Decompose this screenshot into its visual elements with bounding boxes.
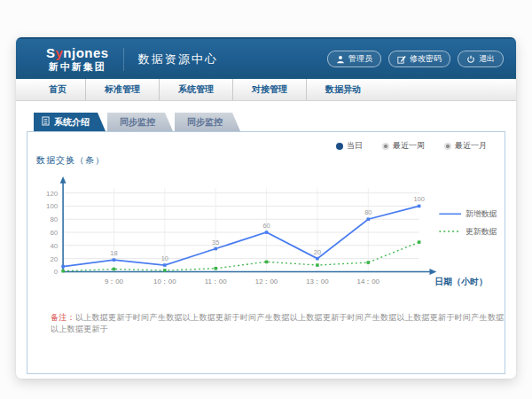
data-point	[316, 263, 319, 267]
power-icon	[466, 55, 475, 64]
svg-text:10：00: 10：00	[153, 278, 176, 286]
nav-item-interface-mgmt[interactable]: 对接管理	[232, 79, 306, 100]
tab-sync-monitor-1[interactable]: 同步监控	[107, 113, 173, 131]
tab-system-intro[interactable]: 系统介绍	[34, 113, 106, 131]
data-point	[367, 261, 371, 264]
chart-grid	[63, 188, 419, 272]
nav-item-standard-mgmt[interactable]: 标准管理	[85, 79, 159, 100]
svg-text:80: 80	[50, 215, 58, 223]
nav-item-data-change[interactable]: 数据异动	[306, 79, 379, 100]
svg-text:13：00: 13：00	[306, 278, 329, 286]
chart-panel: 当日 最近一周 最近一月 数据交换（条） 0204060801001209：00…	[27, 131, 505, 374]
footnote: 备注：以上数据更新于时间产生数据以上数据更新于时间产生数据以上数据更新于时间产生…	[51, 312, 505, 335]
chart-x-axis-title: 日期（小时）	[434, 277, 487, 286]
svg-text:35: 35	[212, 239, 219, 246]
filter-today[interactable]: 当日	[336, 140, 363, 152]
header-actions: 管理员 修改密码 退出	[327, 51, 504, 67]
svg-text:60: 60	[50, 229, 58, 237]
chart-legend: 新增数据更新数据	[439, 209, 497, 236]
svg-text:10: 10	[161, 254, 168, 262]
edit-icon	[397, 55, 406, 64]
nav-item-system-mgmt[interactable]: 系统管理	[159, 79, 232, 100]
data-point	[61, 265, 65, 269]
svg-text:更新数据: 更新数据	[466, 227, 497, 236]
nav-item-home[interactable]: 首页	[30, 79, 85, 100]
data-point	[265, 231, 269, 234]
data-point	[163, 269, 167, 272]
data-point	[418, 205, 421, 208]
svg-text:100: 100	[413, 195, 424, 203]
data-point	[367, 217, 371, 221]
change-password-button[interactable]: 修改密码	[388, 51, 450, 67]
svg-text:9：00: 9：00	[105, 278, 124, 286]
data-point	[214, 267, 217, 270]
data-point	[113, 258, 116, 262]
svg-text:100: 100	[46, 202, 59, 210]
page-title: 数据资源中心	[123, 48, 218, 71]
logo-wordmark: Synjones	[46, 46, 109, 61]
data-point	[113, 268, 116, 271]
exchange-line-chart: 0204060801001209：0010：0011：0012：0013：001…	[29, 168, 503, 300]
svg-text:12：00: 12：00	[255, 278, 278, 286]
main-nav: 首页 标准管理 系统管理 对接管理 数据异动	[16, 79, 516, 101]
svg-text:40: 40	[50, 242, 58, 250]
app-window: Synjones 新中新集团 数据资源中心 管理员 修改密码 退出 首页 标准管…	[16, 37, 516, 379]
data-point	[418, 240, 421, 244]
filter-last-week[interactable]: 最近一周	[382, 140, 425, 152]
svg-text:0: 0	[54, 268, 59, 276]
svg-text:20: 20	[50, 255, 58, 263]
svg-text:120: 120	[46, 190, 59, 198]
user-icon	[336, 55, 345, 64]
data-point	[265, 261, 269, 264]
footnote-label: 备注：	[51, 313, 75, 322]
app-header: Synjones 新中新集团 数据资源中心 管理员 修改密码 退出	[16, 37, 516, 79]
logout-button[interactable]: 退出	[458, 51, 504, 67]
data-point	[163, 263, 167, 267]
svg-text:20: 20	[314, 248, 321, 256]
svg-text:11：00: 11：00	[205, 278, 227, 286]
filter-last-month[interactable]: 最近一月	[444, 140, 487, 152]
svg-text:80: 80	[364, 208, 372, 216]
svg-text:新增数据: 新增数据	[466, 209, 497, 218]
radio-unselected-icon	[444, 143, 451, 150]
svg-text:60: 60	[262, 222, 270, 230]
tab-bar: 系统介绍 同步监控 同步监控	[34, 113, 505, 131]
synjones-logo: Synjones 新中新集团	[46, 46, 109, 72]
svg-text:18: 18	[110, 249, 117, 257]
data-point	[61, 270, 65, 273]
data-point	[316, 257, 319, 261]
radio-selected-icon	[336, 143, 343, 150]
footnote-text: 以上数据更新于时间产生数据以上数据更新于时间产生数据以上数据更新于时间产生数据以…	[51, 313, 505, 333]
data-point	[214, 247, 217, 251]
chart-y-axis-title: 数据交换（条）	[36, 154, 505, 167]
time-range-filters: 当日 最近一周 最近一月	[27, 132, 505, 152]
content-area: 系统介绍 同步监控 同步监控 当日 最近一周	[16, 101, 516, 374]
logo-company-name: 新中新集团	[46, 61, 109, 72]
tab-sync-monitor-2[interactable]: 同步监控	[175, 113, 240, 131]
admin-user-button[interactable]: 管理员	[327, 51, 381, 67]
radio-unselected-icon	[382, 143, 389, 150]
svg-text:14：00: 14：00	[357, 278, 380, 286]
document-icon	[42, 116, 50, 128]
